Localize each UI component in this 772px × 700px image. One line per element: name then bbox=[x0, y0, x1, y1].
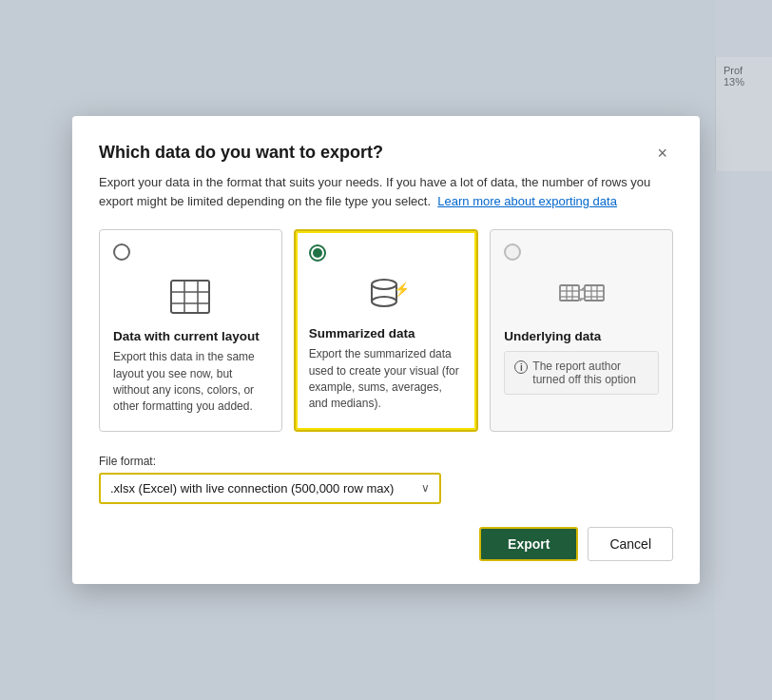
modal-overlay: Which data do you want to export? × Expo… bbox=[0, 0, 772, 700]
radio-summarized-row bbox=[309, 244, 464, 262]
radio-underlying-row bbox=[504, 243, 659, 264]
dialog-description: Export your data in the format that suit… bbox=[99, 173, 673, 210]
file-format-value: .xlsx (Excel) with live connection (500,… bbox=[110, 481, 394, 496]
close-button[interactable]: × bbox=[651, 143, 673, 164]
summarized-desc: Export the summarized data used to creat… bbox=[309, 346, 464, 413]
summarized-title: Summarized data bbox=[309, 326, 464, 340]
file-format-label: File format: bbox=[99, 455, 673, 468]
option-layout[interactable]: Data with current layout Export this dat… bbox=[99, 229, 282, 432]
dialog-title: Which data do you want to export? bbox=[99, 143, 383, 163]
layout-title: Data with current layout bbox=[113, 329, 268, 343]
dialog-header: Which data do you want to export? × bbox=[99, 143, 673, 164]
layout-icon bbox=[113, 274, 268, 320]
option-summarized[interactable]: ⚡ Summarized data Export the summarized … bbox=[294, 229, 479, 432]
chevron-down-icon: ∨ bbox=[421, 481, 430, 495]
radio-underlying bbox=[504, 243, 521, 261]
radio-layout[interactable] bbox=[113, 243, 130, 261]
file-format-section: File format: .xlsx (Excel) with live con… bbox=[99, 455, 673, 504]
radio-layout-row bbox=[113, 243, 268, 264]
summarized-icon: ⚡ bbox=[309, 271, 464, 317]
info-icon: i bbox=[514, 360, 528, 374]
file-format-select[interactable]: .xlsx (Excel) with live connection (500,… bbox=[99, 473, 441, 504]
svg-rect-0 bbox=[171, 281, 209, 313]
svg-rect-16 bbox=[585, 285, 604, 301]
radio-summarized[interactable] bbox=[309, 244, 326, 262]
disabled-notice-text: The report author turned off this option bbox=[532, 360, 648, 386]
underlying-title: Underlying data bbox=[504, 329, 659, 343]
svg-point-9 bbox=[372, 297, 396, 306]
svg-text:⚡: ⚡ bbox=[394, 282, 407, 298]
cancel-button[interactable]: Cancel bbox=[588, 527, 673, 561]
disabled-notice: i The report author turned off this opti… bbox=[504, 351, 659, 395]
option-underlying: Underlying data i The report author turn… bbox=[490, 229, 673, 432]
learn-more-link[interactable]: Learn more about exporting data bbox=[437, 194, 617, 208]
underlying-icon bbox=[504, 274, 659, 320]
dialog-footer: Export Cancel bbox=[99, 527, 673, 561]
export-options-row: Data with current layout Export this dat… bbox=[99, 229, 673, 432]
export-button[interactable]: Export bbox=[479, 527, 578, 561]
layout-desc: Export this data in the same layout you … bbox=[113, 349, 268, 416]
export-dialog: Which data do you want to export? × Expo… bbox=[72, 116, 700, 584]
svg-rect-11 bbox=[560, 285, 579, 301]
